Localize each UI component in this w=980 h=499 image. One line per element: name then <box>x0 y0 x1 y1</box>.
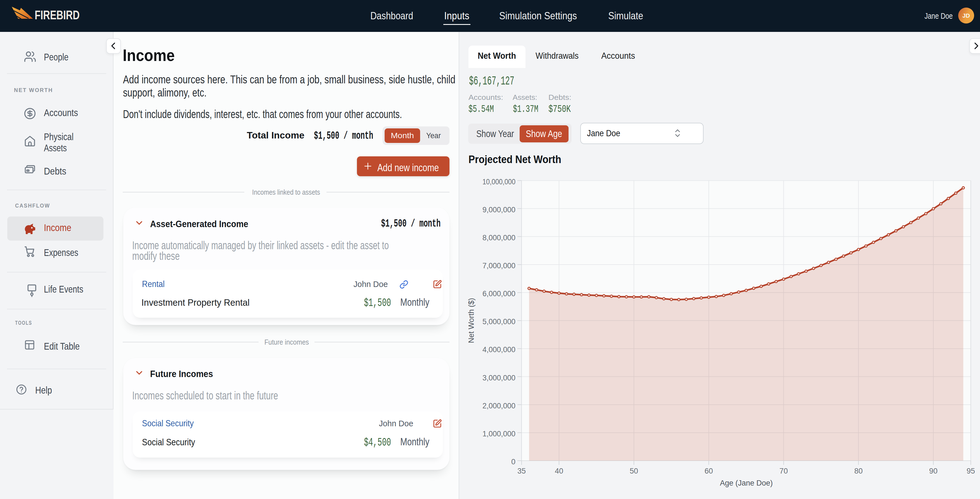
svg-text:10,000,000: 10,000,000 <box>482 178 515 186</box>
svg-text:1,000,000: 1,000,000 <box>482 430 515 438</box>
svg-text:2,000,000: 2,000,000 <box>482 402 515 410</box>
svg-text:90: 90 <box>929 467 937 475</box>
svg-text:40: 40 <box>555 467 563 475</box>
svg-text:80: 80 <box>854 467 862 475</box>
svg-text:0: 0 <box>511 458 515 466</box>
svg-text:70: 70 <box>779 467 788 475</box>
svg-text:6,000,000: 6,000,000 <box>482 290 515 298</box>
svg-text:4,000,000: 4,000,000 <box>482 346 515 354</box>
svg-text:7,000,000: 7,000,000 <box>482 261 515 270</box>
svg-text:Net Worth ($): Net Worth ($) <box>467 298 476 343</box>
svg-text:Age (Jane Doe): Age (Jane Doe) <box>720 479 773 487</box>
svg-text:9,000,000: 9,000,000 <box>482 206 515 214</box>
svg-text:5,000,000: 5,000,000 <box>482 317 515 326</box>
svg-text:95: 95 <box>967 467 975 475</box>
svg-text:50: 50 <box>630 467 638 475</box>
svg-text:35: 35 <box>517 467 526 475</box>
svg-text:60: 60 <box>705 467 713 475</box>
svg-text:3,000,000: 3,000,000 <box>482 374 515 382</box>
svg-text:8,000,000: 8,000,000 <box>482 234 515 242</box>
